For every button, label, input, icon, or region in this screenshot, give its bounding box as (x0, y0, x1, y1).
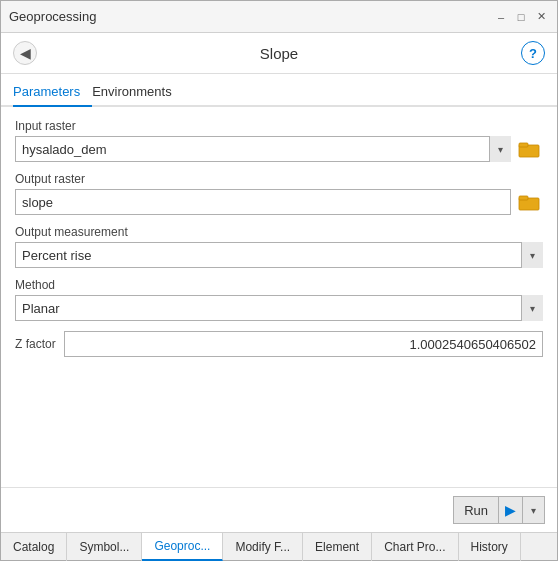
tool-nav: ◀ (13, 41, 37, 65)
tab-parameters[interactable]: Parameters (13, 78, 92, 107)
back-button[interactable]: ◀ (13, 41, 37, 65)
content-area: ◀ Slope ? Parameters Environments Input … (1, 33, 557, 532)
status-tab-catalog[interactable]: Catalog (1, 533, 67, 561)
close-button[interactable]: ✕ (533, 9, 549, 25)
status-tab-symbology[interactable]: Symbol... (67, 533, 142, 561)
bottom-bar: Run ▶ ▾ (1, 487, 557, 532)
folder-icon (518, 193, 540, 211)
method-label: Method (15, 278, 543, 292)
output-raster-group: Output raster (15, 172, 543, 215)
output-measurement-select[interactable]: Percent rise Degree (15, 242, 543, 268)
tab-environments[interactable]: Environments (92, 78, 183, 107)
minimize-button[interactable]: – (493, 9, 509, 25)
input-raster-folder-button[interactable] (515, 136, 543, 162)
output-raster-folder-button[interactable] (515, 189, 543, 215)
output-measurement-row: Percent rise Degree ▾ (15, 242, 543, 268)
window-title: Geoprocessing (9, 9, 96, 24)
output-measurement-select-wrapper: Percent rise Degree ▾ (15, 242, 543, 268)
run-button-play-icon: ▶ (499, 496, 522, 524)
input-raster-label: Input raster (15, 119, 543, 133)
status-bar: Catalog Symbol... Geoproc... Modify F...… (1, 532, 557, 560)
svg-rect-3 (519, 196, 528, 200)
z-factor-label: Z factor (15, 337, 56, 351)
status-tab-modify-features[interactable]: Modify F... (223, 533, 303, 561)
z-factor-row: Z factor (15, 331, 543, 357)
status-tab-geoprocessing[interactable]: Geoproc... (142, 533, 223, 561)
output-measurement-group: Output measurement Percent rise Degree ▾ (15, 225, 543, 268)
output-measurement-label: Output measurement (15, 225, 543, 239)
z-factor-group: Z factor (15, 331, 543, 357)
run-dropdown-button[interactable]: ▾ (523, 496, 545, 524)
method-select-wrapper: Planar Geodesic ▾ (15, 295, 543, 321)
input-raster-select-wrapper: hysalado_dem ▾ (15, 136, 511, 162)
run-button-label: Run (454, 496, 499, 524)
z-factor-input[interactable] (64, 331, 543, 357)
tool-header: ◀ Slope ? (1, 33, 557, 74)
output-raster-label: Output raster (15, 172, 543, 186)
output-raster-row (15, 189, 543, 215)
method-select[interactable]: Planar Geodesic (15, 295, 543, 321)
title-bar-controls: – □ ✕ (493, 9, 549, 25)
input-raster-select[interactable]: hysalado_dem (15, 136, 511, 162)
parameters-panel: Input raster hysalado_dem ▾ (1, 107, 557, 487)
status-tab-history[interactable]: History (459, 533, 521, 561)
method-row: Planar Geodesic ▾ (15, 295, 543, 321)
input-raster-row: hysalado_dem ▾ (15, 136, 543, 162)
output-raster-input[interactable] (15, 189, 511, 215)
geoprocessing-window: Geoprocessing – □ ✕ ◀ Slope ? Parameters… (0, 0, 558, 561)
tabs-container: Parameters Environments (1, 78, 557, 107)
tool-title: Slope (37, 45, 521, 62)
status-tab-chart-properties[interactable]: Chart Pro... (372, 533, 458, 561)
title-bar: Geoprocessing – □ ✕ (1, 1, 557, 33)
restore-button[interactable]: □ (513, 9, 529, 25)
folder-icon (518, 140, 540, 158)
run-button[interactable]: Run ▶ (453, 496, 523, 524)
status-tab-element[interactable]: Element (303, 533, 372, 561)
method-group: Method Planar Geodesic ▾ (15, 278, 543, 321)
help-button[interactable]: ? (521, 41, 545, 65)
svg-rect-1 (519, 143, 528, 147)
input-raster-group: Input raster hysalado_dem ▾ (15, 119, 543, 162)
